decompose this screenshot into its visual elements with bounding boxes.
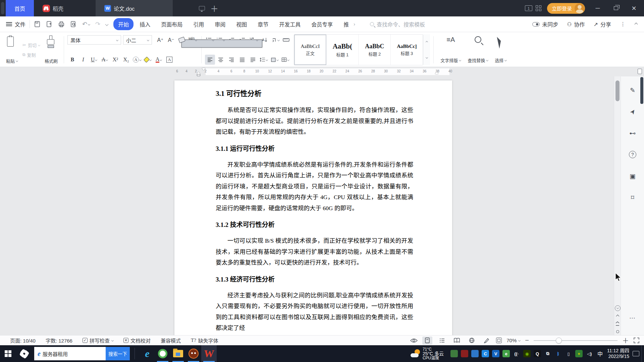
char-border-button[interactable]: A	[164, 55, 174, 65]
minimize-button[interactable]: ─	[590, 0, 605, 16]
show-paragraph-marks-icon[interactable]	[270, 35, 280, 45]
page-indicator[interactable]: 页面: 10/40	[10, 337, 36, 344]
borders-icon[interactable]	[280, 55, 290, 65]
taskbar-cat-app-icon[interactable]	[186, 345, 201, 362]
justify-icon[interactable]	[237, 55, 247, 65]
sync-status[interactable]: 未同步	[532, 20, 558, 28]
redo-button[interactable]: ↷	[95, 20, 100, 28]
zoom-slider-knob[interactable]	[556, 338, 562, 344]
eye-protect-icon[interactable]	[410, 338, 418, 343]
apps-grid-icon[interactable]	[536, 5, 542, 11]
ime-indicator[interactable]: 中	[596, 350, 604, 357]
font-name-select[interactable]: 黑体	[67, 35, 121, 45]
compat-mode[interactable]: 兼容模式	[161, 337, 181, 344]
bold-button[interactable]: B	[67, 55, 77, 65]
tray-shield-v-icon[interactable]: V	[492, 350, 499, 357]
missing-font-warning[interactable]: T?缺失字体	[191, 337, 218, 344]
hanging-indent-marker[interactable]	[197, 72, 200, 74]
close-button[interactable]: ✕	[627, 0, 641, 16]
increase-font-icon[interactable]: A⁺	[155, 35, 165, 45]
weather-widget[interactable]: 71°C 25°C 多云 CPU温度	[411, 347, 444, 360]
first-line-indent-marker[interactable]	[202, 68, 205, 70]
ink-annotate-icon[interactable]	[481, 337, 491, 345]
select-button[interactable]: 选择	[491, 34, 510, 65]
file-menu[interactable]: 文件	[15, 20, 25, 28]
tab-list-handle[interactable]	[1, 2, 4, 14]
scroll-jump-icon[interactable]	[615, 305, 621, 311]
distribute-icon[interactable]	[248, 55, 258, 65]
hamburger-icon[interactable]	[6, 22, 12, 26]
menu-scroll-arrow[interactable]: ›	[354, 21, 357, 27]
text-layout-button[interactable]: ≡A 文字排版	[437, 34, 464, 65]
tab-home[interactable]: 首页	[6, 0, 34, 16]
start-button[interactable]	[0, 345, 16, 362]
taskbar-360-browser-icon[interactable]	[155, 345, 170, 362]
decrease-font-icon[interactable]: A⁻	[166, 35, 176, 45]
menu-tab-会员专享[interactable]: 会员专享	[307, 18, 337, 30]
document-page[interactable]: 3.1 可行性分析系统是否可以正常实现操作流程，实现操作目的，符合操作流程，这些…	[174, 80, 452, 335]
tabs-ruler-icon[interactable]	[281, 35, 291, 45]
image-tool-icon[interactable]: ▣	[627, 170, 638, 182]
collapse-ribbon-icon[interactable]	[635, 22, 638, 26]
show-desktop-button[interactable]	[641, 345, 644, 362]
print-icon[interactable]	[58, 21, 65, 27]
export-pdf-icon[interactable]	[46, 21, 53, 27]
outline-view-icon[interactable]	[437, 337, 447, 345]
align-left-icon[interactable]	[205, 55, 215, 65]
page-view-icon[interactable]	[422, 337, 432, 345]
format-painter-button[interactable]: 格式刷	[42, 34, 60, 65]
divider-tool-icon[interactable]: ⊷	[627, 127, 638, 139]
taskbar-search-button[interactable]: 搜索一下	[106, 347, 130, 360]
taskbar-search-box[interactable]: e 服务器租用 搜索一下	[34, 347, 130, 360]
customize-qat-icon[interactable]	[105, 22, 109, 26]
menu-tab-页面布局[interactable]: 页面布局	[156, 18, 187, 30]
menu-tab-视图[interactable]: 视图	[231, 18, 252, 30]
undo-button[interactable]: ↶	[82, 20, 90, 28]
menu-tab-开发工具[interactable]: 开发工具	[274, 18, 305, 30]
align-right-icon[interactable]	[226, 55, 236, 65]
tray-cat-icon[interactable]	[461, 350, 468, 357]
line-spacing-icon[interactable]	[259, 55, 269, 65]
word-count[interactable]: 字数: 12766	[46, 337, 72, 344]
subscript-button[interactable]: X₂	[121, 55, 131, 65]
style-标题 2[interactable]: AaBbC标题 2	[359, 35, 391, 65]
shading-icon[interactable]	[269, 55, 279, 65]
pinwheel-app-icon[interactable]	[16, 345, 32, 362]
menu-tab-推[interactable]: 推	[339, 18, 354, 30]
tray-wifi-icon[interactable]: ((·	[513, 350, 520, 357]
paste-button[interactable]: 粘贴	[3, 34, 20, 65]
doc-proof-button[interactable]: ✕文档校对	[123, 337, 151, 344]
touch-keyboard-icon[interactable]	[633, 351, 639, 356]
menu-tab-插入[interactable]: 插入	[135, 18, 155, 30]
window-display-icon[interactable]	[199, 6, 205, 10]
tab-document[interactable]: W 论文.doc	[96, 0, 173, 16]
share-button[interactable]: ↗分享	[594, 20, 611, 28]
styles-scroll-up-icon[interactable]	[426, 41, 428, 43]
select-arrow-icon[interactable]: ➤	[625, 104, 640, 119]
menu-tab-审阅[interactable]: 审阅	[210, 18, 230, 30]
command-search[interactable]: 查找命令、搜索模板	[370, 20, 425, 28]
tray-bluetooth-icon[interactable]: ᛒ	[554, 350, 562, 357]
spell-check-toggle[interactable]: ✓拼写检查	[83, 337, 113, 344]
styles-scroll-down-icon[interactable]	[426, 56, 428, 59]
strikethrough-button[interactable]: A	[100, 55, 110, 65]
tray-shield-plus-icon[interactable]: +	[575, 350, 583, 357]
tab-docer[interactable]: 稻壳	[34, 0, 72, 16]
menu-tab-开始[interactable]: 开始	[113, 18, 133, 30]
collaborate-button[interactable]: ⚇协作	[567, 20, 585, 28]
single-window-mode-icon[interactable]: 1	[525, 5, 532, 11]
restore-button[interactable]	[608, 0, 623, 16]
enclosed-char-button[interactable]: A	[132, 55, 142, 65]
cut-button[interactable]: ✂剪切	[22, 42, 40, 48]
menu-tab-引用[interactable]: 引用	[189, 18, 209, 30]
zoom-in-button[interactable]: ＋	[622, 336, 629, 345]
sidebar-more-icon[interactable]: ⋯	[621, 314, 644, 322]
tray-sync-icon[interactable]: C	[482, 350, 489, 357]
tag-tool-icon[interactable]: ⌑	[627, 192, 638, 203]
taskbar-clock[interactable]: 11:12 周四 2022/9/15	[607, 348, 629, 359]
read-view-icon[interactable]	[452, 337, 462, 345]
tray-usb-device-icon[interactable]: ▯	[565, 350, 572, 357]
underline-button[interactable]: U	[89, 55, 99, 65]
taskbar-ie-icon[interactable]: e	[140, 345, 155, 362]
web-view-icon[interactable]	[467, 337, 477, 345]
